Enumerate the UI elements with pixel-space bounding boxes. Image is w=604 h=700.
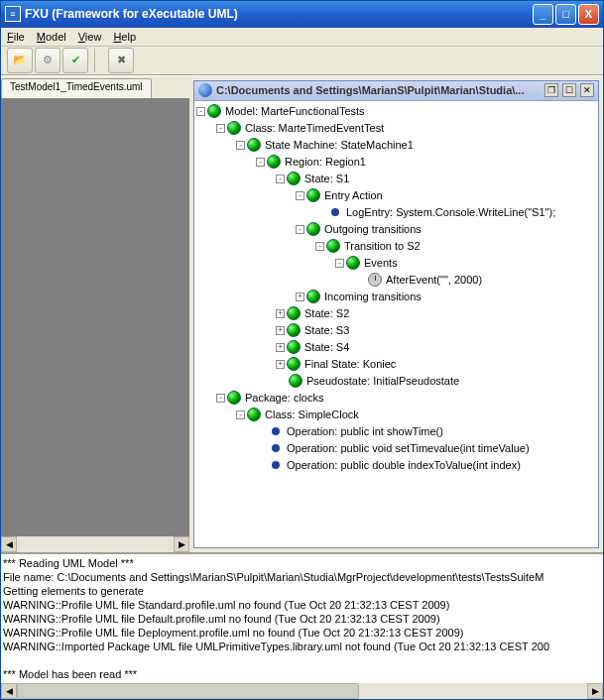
main-area: TestModel1_TimedEvents.uml ◀ ▶ C:\Docume… [1,75,603,552]
folder-icon: 📂 [13,54,27,66]
menu-file[interactable]: File [7,31,25,43]
tree-node[interactable]: Operation: public void setTimevalue(int … [196,440,596,457]
scroll-thumb[interactable] [17,683,359,699]
tree-label: AfterEvent("", 2000) [384,274,482,286]
tree-label: Region: Region1 [283,156,366,168]
settings-button[interactable]: ⚙ [35,48,60,73]
tree-node[interactable]: -Package: clocks [196,390,596,407]
tree-toggle[interactable]: - [296,191,304,200]
inner-close-button[interactable]: ✕ [580,83,594,97]
menu-view[interactable]: View [78,31,102,43]
open-button[interactable]: 📂 [7,48,33,73]
tree-node[interactable]: AfterEvent("", 2000) [196,272,596,289]
tree-label: Model: MarteFunctionalTests [223,105,365,117]
scroll-left-button[interactable]: ◀ [1,683,17,699]
tree-toggle[interactable]: - [236,141,245,150]
tree-label: LogEntry: System.Console.WriteLine("S1")… [344,206,555,218]
tree-label: Pseudostate: InitialPseudostate [304,375,459,387]
tree-toggle[interactable]: + [276,326,285,335]
tree-node[interactable]: Pseudostate: InitialPseudostate [196,373,596,390]
sphere-icon [227,121,241,135]
inner-restore-button[interactable]: ❐ [544,83,558,97]
tree-view[interactable]: -Model: MarteFunctionalTests-Class: Mart… [194,101,598,547]
tree-node[interactable]: Operation: public double indexToValue(in… [196,457,596,474]
tree-toggle[interactable]: - [276,175,285,183]
toolbar-separator [94,49,102,72]
cancel-button[interactable]: ✖ [108,48,134,73]
tree-node[interactable]: -Model: MarteFunctionalTests [196,103,596,120]
tree-node[interactable]: -State Machine: StateMachine1 [196,137,596,154]
tree-toggle[interactable]: - [196,107,205,116]
tree-label: Class: SimpleClock [263,408,359,420]
message-line: WARNING::Imported Package UML file UMLPr… [3,640,601,653]
sphere-icon [267,155,281,169]
tree-label: Transition to S2 [342,240,421,252]
tree-toggle[interactable]: + [296,292,304,301]
tree-node[interactable]: LogEntry: System.Console.WriteLine("S1")… [196,204,596,221]
tree-label: Operation: public int showTime() [285,425,443,437]
tree-toggle[interactable]: - [236,410,245,419]
inner-title-bar[interactable]: C:\Documents and Settings\MarianS\Pulpit… [194,81,598,101]
tree-node[interactable]: -Region: Region1 [196,154,596,171]
clock-icon [368,273,382,287]
sphere-icon [247,138,261,152]
tree-node[interactable]: +Final State: Koniec [196,356,596,373]
tree-toggle[interactable]: + [276,343,285,352]
toolbar: 📂 ⚙ ✔ ✖ [1,47,603,75]
validate-button[interactable]: ✔ [62,48,88,73]
tree-node[interactable]: +Incoming transitions [196,289,596,305]
sphere-icon [306,222,320,236]
message-output[interactable]: *** Reading UML Model ***File name: C:\D… [1,554,603,683]
message-line: File name: C:\Documents and Settings\Mar… [3,570,601,584]
tree-node[interactable]: -Outgoing transitions [196,221,596,238]
scroll-track[interactable] [17,536,174,552]
scroll-track[interactable] [17,683,587,699]
scroll-left-button[interactable]: ◀ [1,536,17,552]
bottom-scrollbar[interactable]: ◀ ▶ [1,683,603,699]
window-title: FXU (Framework for eXecutable UML) [25,7,533,21]
sphere-icon [287,306,301,320]
tree-toggle[interactable]: - [335,259,344,268]
sphere-icon [207,104,221,118]
tree-node[interactable]: Operation: public int showTime() [196,423,596,440]
inner-window-icon [198,83,212,97]
tree-toggle[interactable]: - [216,394,225,403]
tree-node[interactable]: +State: S4 [196,339,596,356]
message-line [3,653,601,667]
gear-icon: ⚙ [43,54,53,66]
maximize-button[interactable]: □ [555,4,576,25]
tree-label: Operation: public void setTimevalue(int … [285,442,530,454]
message-panel: *** Reading UML Model ***File name: C:\D… [1,552,603,699]
tree-node[interactable]: -State: S1 [196,171,596,187]
tree-toggle[interactable]: + [276,309,285,318]
right-panel: C:\Documents and Settings\MarianS\Pulpit… [189,76,603,552]
message-line: WARNING::Profile UML file Standard.profi… [3,598,601,612]
tree-toggle[interactable]: - [296,225,304,234]
tree-label: State: S2 [302,307,349,319]
tree-toggle[interactable]: - [315,242,324,251]
title-bar[interactable]: ≡ FXU (Framework for eXecutable UML) _ □… [1,1,603,28]
tree-node[interactable]: -Class: MarteTimedEventTest [196,120,596,137]
scroll-right-button[interactable]: ▶ [174,536,189,552]
close-button[interactable]: X [578,4,599,25]
scroll-right-button[interactable]: ▶ [587,683,603,699]
inner-window-title: C:\Documents and Settings\MarianS\Pulpit… [216,84,541,96]
tree-node[interactable]: -Entry Action [196,187,596,204]
left-empty-area [1,98,189,536]
inner-window: C:\Documents and Settings\MarianS\Pulpit… [193,80,599,548]
menu-help[interactable]: Help [113,31,136,43]
message-line: WARNING::Profile UML file Deployment.pro… [3,626,601,640]
tree-node[interactable]: +State: S2 [196,305,596,322]
tree-node[interactable]: +State: S3 [196,322,596,339]
tree-toggle[interactable]: - [256,158,265,167]
menu-model[interactable]: Model [37,31,66,43]
tree-toggle[interactable]: - [216,124,225,133]
tree-toggle[interactable]: + [276,360,285,369]
inner-maximize-button[interactable]: ☐ [562,83,576,97]
left-scrollbar[interactable]: ◀ ▶ [1,536,189,552]
tree-node[interactable]: -Transition to S2 [196,238,596,255]
tree-node[interactable]: -Events [196,255,596,272]
tree-node[interactable]: -Class: SimpleClock [196,407,596,423]
tab-testmodel[interactable]: TestModel1_TimedEvents.uml [1,78,152,98]
minimize-button[interactable]: _ [533,4,553,25]
